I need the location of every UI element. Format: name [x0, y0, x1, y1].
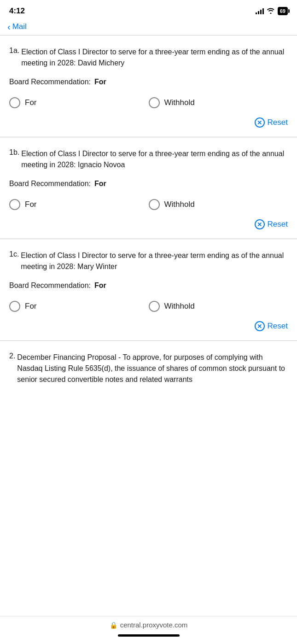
wifi-icon	[267, 7, 275, 15]
proposal-1a-withhold-option[interactable]: Withhold	[149, 97, 288, 108]
proposal-1b-for-option[interactable]: For	[9, 199, 149, 210]
proposal-1a-reset-icon[interactable]: ✕	[255, 117, 265, 128]
proposal-1a-board-rec: Board Recommendation: For	[9, 78, 288, 86]
proposal-1c: 1c. Election of Class I Director to serv…	[0, 239, 297, 340]
proposal-1b-withhold-option[interactable]: Withhold	[149, 199, 288, 210]
proposal-1b-reset-label[interactable]: Reset	[268, 220, 288, 229]
proposal-2-number: 2.	[9, 352, 15, 385]
proposal-1a-header: 1a. Election of Class I Director to serv…	[9, 47, 288, 69]
proposal-1c-reset-label[interactable]: Reset	[268, 322, 288, 331]
bottom-url: 🔒 central.proxyvote.com	[110, 621, 188, 629]
proposal-1a-for-label: For	[25, 98, 37, 107]
home-indicator	[118, 634, 180, 637]
proposal-1b-rec-label: Board Recommendation:	[9, 180, 91, 188]
proposal-1a-title: Election of Class I Director to serve fo…	[21, 47, 288, 69]
proposal-1b: 1b. Election of Class I Director to serv…	[0, 137, 297, 239]
proposal-1a-reset-row: ✕ Reset	[9, 117, 288, 128]
proposal-1c-reset-icon[interactable]: ✕	[255, 321, 265, 331]
proposal-1a-for-option[interactable]: For	[9, 97, 149, 108]
lock-icon: 🔒	[110, 621, 117, 629]
status-bar: 4:12 69	[0, 0, 297, 20]
reset-x-icon: ✕	[257, 120, 262, 126]
proposal-1b-title: Election of Class I Director to serve fo…	[21, 148, 288, 170]
proposal-1a-for-radio[interactable]	[9, 97, 20, 108]
proposal-2: 2. December Financing Proposal - To appr…	[0, 341, 297, 440]
reset-1b-x-icon: ✕	[257, 222, 262, 228]
proposal-1b-reset-row: ✕ Reset	[9, 219, 288, 229]
proposal-1b-board-rec: Board Recommendation: For	[9, 180, 288, 188]
bottom-bar: 🔒 central.proxyvote.com	[0, 616, 297, 644]
proposal-1b-vote-options: For Withhold	[9, 199, 288, 210]
battery-icon: 69	[278, 7, 288, 15]
proposal-2-header: 2. December Financing Proposal - To appr…	[9, 352, 288, 385]
proposal-1b-for-radio[interactable]	[9, 199, 20, 210]
proposal-1a-withhold-radio[interactable]	[149, 97, 160, 108]
back-chevron-icon: ‹	[7, 22, 11, 31]
proposal-1b-for-label: For	[25, 200, 37, 209]
proposal-1b-rec-value: For	[94, 180, 106, 188]
url-text: central.proxyvote.com	[120, 621, 188, 629]
proposal-1a-withhold-label: Withhold	[164, 98, 195, 107]
back-label: Mail	[12, 22, 27, 31]
proposal-1c-rec-label: Board Recommendation:	[9, 281, 91, 290]
proposal-1c-rec-value: For	[94, 281, 106, 290]
proposal-1a-reset-label[interactable]: Reset	[268, 118, 288, 127]
proposal-1c-withhold-option[interactable]: Withhold	[149, 301, 288, 312]
proposal-1a-rec-value: For	[94, 78, 106, 86]
signal-icon	[256, 8, 264, 14]
status-icons: 69	[256, 7, 288, 15]
proposal-1c-withhold-radio[interactable]	[149, 301, 160, 312]
proposal-1c-for-radio[interactable]	[9, 301, 20, 312]
proposal-1a-rec-label: Board Recommendation:	[9, 78, 91, 86]
proposal-1b-number: 1b.	[9, 148, 19, 170]
proposal-1c-header: 1c. Election of Class I Director to serv…	[9, 250, 288, 272]
proposal-1a-vote-options: For Withhold	[9, 97, 288, 108]
proposal-1a-number: 1a.	[9, 47, 19, 69]
proposal-1c-board-rec: Board Recommendation: For	[9, 281, 288, 290]
proposal-1a: 1a. Election of Class I Director to serv…	[0, 35, 297, 137]
proposal-1c-vote-options: For Withhold	[9, 301, 288, 312]
proposal-1c-number: 1c.	[9, 250, 19, 272]
status-time: 4:12	[9, 6, 25, 16]
reset-1c-x-icon: ✕	[257, 323, 262, 329]
proposal-1b-header: 1b. Election of Class I Director to serv…	[9, 148, 288, 170]
proposal-1c-for-label: For	[25, 302, 37, 311]
proposal-1c-title: Election of Class I Director to serve fo…	[21, 250, 288, 272]
proposal-2-title: December Financing Proposal - To approve…	[17, 352, 288, 385]
proposal-1b-withhold-label: Withhold	[164, 200, 195, 209]
proposal-1b-withhold-radio[interactable]	[149, 199, 160, 210]
back-button[interactable]: ‹ Mail	[7, 22, 27, 31]
proposal-1c-withhold-label: Withhold	[164, 302, 195, 311]
proposal-1c-reset-row: ✕ Reset	[9, 321, 288, 331]
proposal-1c-for-option[interactable]: For	[9, 301, 149, 312]
proposal-1b-reset-icon[interactable]: ✕	[255, 219, 265, 229]
nav-bar: ‹ Mail	[0, 20, 297, 35]
